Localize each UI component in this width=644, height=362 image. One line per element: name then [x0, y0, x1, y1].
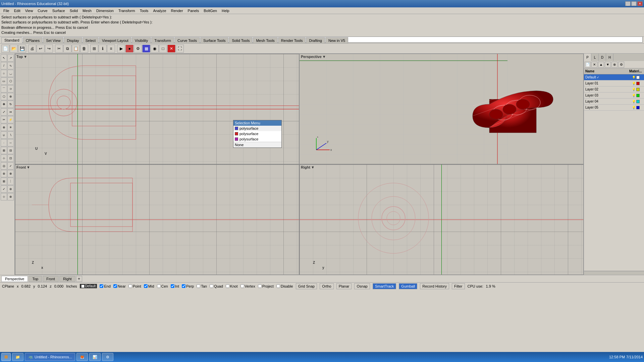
tab-cplanes[interactable]: CPlanes: [23, 37, 43, 43]
snap-disable[interactable]: Disable: [276, 284, 293, 288]
extra-tool4[interactable]: ⊚: [7, 185, 14, 193]
snap-point-checkbox[interactable]: [128, 284, 132, 288]
point-tool[interactable]: ·: [1, 139, 7, 146]
layer-color-02[interactable]: [636, 88, 640, 91]
menu-render[interactable]: Render: [169, 8, 185, 13]
snap-end-checkbox[interactable]: [100, 284, 103, 288]
viewport-right[interactable]: Z y Right ▼: [299, 164, 584, 275]
minimize-button[interactable]: _: [625, 1, 631, 6]
ortho-button[interactable]: Ortho: [320, 283, 334, 289]
offset-tool[interactable]: ⊃: [7, 85, 14, 93]
join-tool[interactable]: ⊕: [1, 124, 7, 131]
menu-edit[interactable]: Edit: [12, 8, 22, 13]
layer-button[interactable]: ≡: [107, 45, 115, 53]
viewport-front[interactable]: Z x Front ▼: [15, 164, 299, 275]
layer-row-02[interactable]: Layer 02 💡: [584, 86, 644, 93]
layer-indicator[interactable]: Default: [80, 284, 97, 288]
render-preview-button[interactable]: ●: [125, 45, 133, 53]
menu-surface[interactable]: Surface: [50, 8, 67, 13]
circle-tool[interactable]: ○: [1, 70, 7, 77]
taskbar-rhino[interactable]: 🦏 Untitled - Rhinoceros...: [25, 353, 75, 361]
bottom-tab-right[interactable]: Right: [59, 276, 75, 282]
start-button[interactable]: ⊞: [1, 353, 11, 361]
polygon-tool[interactable]: ⬡: [7, 77, 14, 85]
menu-dimension[interactable]: Dimension: [94, 8, 116, 13]
snap-quad[interactable]: Quad: [210, 284, 223, 288]
bottom-tab-top[interactable]: Top: [29, 276, 42, 282]
rp-move-down[interactable]: ▼: [605, 62, 611, 68]
titlebar-controls[interactable]: _ □ ✕: [625, 1, 643, 6]
tab-display[interactable]: Display: [64, 37, 82, 43]
sel-polysurface-1[interactable]: polysurface: [233, 126, 281, 131]
snap-tan-checkbox[interactable]: [197, 284, 200, 288]
open-button[interactable]: 📂: [10, 45, 18, 53]
fillet-tool[interactable]: ⌒: [1, 85, 7, 93]
paste-button[interactable]: 📋: [72, 45, 80, 53]
layer-row-default[interactable]: Default ✓ 💡: [584, 74, 644, 80]
scale-tool[interactable]: ⤢: [1, 108, 7, 116]
select-all-button[interactable]: ⊞: [90, 45, 98, 53]
new-button[interactable]: 📄: [1, 45, 9, 53]
right-viewport-label[interactable]: Right ▼: [301, 165, 315, 169]
snap-project-checkbox[interactable]: [258, 284, 262, 288]
tab-solid-tools[interactable]: Solid Tools: [229, 37, 253, 43]
ungroup-tool[interactable]: ⊟: [7, 147, 14, 154]
menu-solid[interactable]: Solid: [68, 8, 80, 13]
tab-standard[interactable]: Standard: [1, 37, 22, 43]
xray-button[interactable]: ◉: [151, 45, 159, 53]
gumball-button[interactable]: Gumball: [399, 283, 417, 289]
sel-polysurface-3[interactable]: polysurface: [233, 136, 281, 142]
snap-perp-checkbox[interactable]: [182, 284, 185, 288]
delete-button[interactable]: 🗑: [80, 45, 88, 53]
snap-point[interactable]: Point: [128, 284, 141, 288]
snap-near[interactable]: Near: [113, 284, 126, 288]
extra-tool5[interactable]: ⊹: [1, 193, 7, 200]
bottom-tab-perspective[interactable]: Perspective: [1, 276, 28, 282]
mirror-tool[interactable]: ⇔: [7, 108, 14, 116]
trim-tool[interactable]: ✂: [1, 116, 7, 123]
osnap-button[interactable]: Osnap: [354, 283, 370, 289]
tab-select[interactable]: Select: [83, 37, 99, 43]
menu-transform[interactable]: Transform: [116, 8, 137, 13]
layer-color-01[interactable]: [636, 82, 640, 85]
extra-tool3[interactable]: ✓: [1, 185, 7, 193]
rp-tab-properties[interactable]: P: [584, 54, 591, 61]
dim-tool[interactable]: ↔: [7, 139, 14, 146]
maximize-button[interactable]: □: [631, 1, 637, 6]
snap-project[interactable]: Project: [258, 284, 274, 288]
right-panel-scrollbar[interactable]: [584, 271, 644, 275]
snap-cen[interactable]: Cen: [157, 284, 168, 288]
menu-file[interactable]: File: [1, 8, 11, 13]
tab-render-tools[interactable]: Render Tools: [278, 37, 306, 43]
tab-viewport-layout[interactable]: Viewport Layout: [99, 37, 131, 43]
tab-set-view[interactable]: Set View: [43, 37, 63, 43]
perspective-viewport-label[interactable]: Perspective ▼: [301, 55, 326, 59]
planar-button[interactable]: Planar: [336, 283, 352, 289]
snap-tan[interactable]: Tan: [197, 284, 207, 288]
rp-settings[interactable]: ⚙: [618, 62, 624, 68]
smarttrack-button[interactable]: SmartTrack: [373, 283, 396, 289]
render-settings-button[interactable]: ⚙: [134, 45, 142, 53]
record-history-button[interactable]: Record History: [420, 283, 449, 289]
tab-visibility[interactable]: Visibility: [132, 37, 151, 43]
snap-cen-checkbox[interactable]: [157, 284, 161, 288]
curve-tool[interactable]: ∿: [7, 62, 14, 69]
menu-panels[interactable]: Panels: [186, 8, 201, 13]
filter-button[interactable]: Filter: [452, 283, 465, 289]
layer-row-05[interactable]: Layer 05 💡: [584, 105, 644, 111]
layer-row-01[interactable]: Layer 01 💡: [584, 80, 644, 86]
snap-tool[interactable]: ⊡: [7, 155, 14, 162]
rp-tab-help[interactable]: H: [606, 54, 613, 61]
rp-tab-display[interactable]: D: [599, 54, 606, 61]
layer-color-04[interactable]: [636, 100, 640, 103]
bottom-tab-front[interactable]: Front: [43, 276, 59, 282]
snap-mid[interactable]: Mid: [144, 284, 154, 288]
print-button[interactable]: 🖨: [28, 45, 36, 53]
filter-tool[interactable]: ⊗: [7, 170, 14, 177]
snap-near-checkbox[interactable]: [113, 284, 117, 288]
grid-snap-button[interactable]: Grid Snap: [296, 283, 317, 289]
top-viewport-label[interactable]: Top ▼: [16, 55, 27, 59]
redo-button[interactable]: ↪: [45, 45, 53, 53]
snap-end[interactable]: End: [100, 284, 111, 288]
split-tool[interactable]: ⚡: [7, 116, 14, 123]
